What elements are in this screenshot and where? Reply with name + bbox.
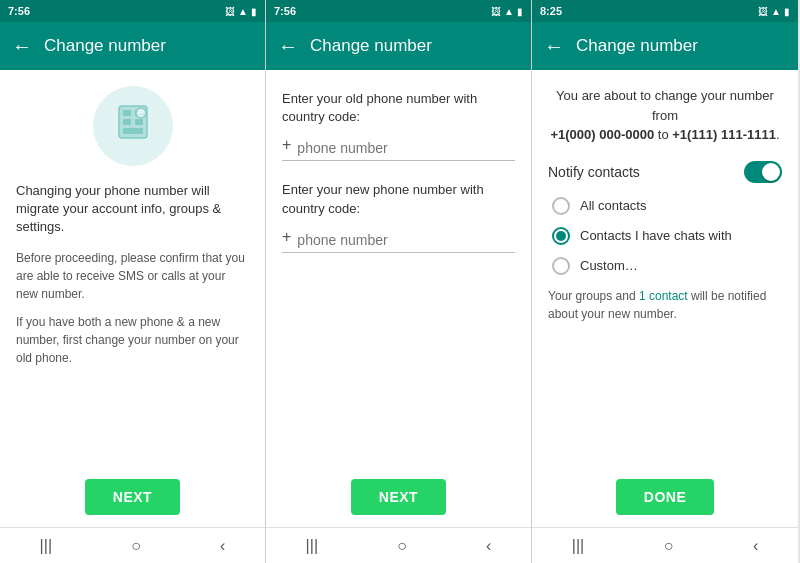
old-number-display: +1(000) 000-0000 — [550, 127, 654, 142]
to-text: to — [658, 127, 669, 142]
app-header-1: ← Change number — [0, 22, 265, 70]
nav-menu-icon-2[interactable]: ||| — [306, 537, 318, 555]
nav-back-icon-3[interactable]: ‹ — [753, 537, 758, 555]
new-phone-input-row: + — [282, 228, 515, 253]
wifi-icon-2: ▲ — [504, 6, 514, 17]
done-button[interactable]: DONE — [616, 479, 714, 515]
nav-bar-2: ||| ○ ‹ — [266, 527, 531, 563]
old-number-label: Enter your old phone number with country… — [282, 90, 515, 126]
wifi-icon-1: ▲ — [238, 6, 248, 17]
plus-sign-old: + — [282, 136, 291, 156]
nav-back-icon-1[interactable]: ‹ — [220, 537, 225, 555]
bottom-area-3: DONE — [532, 467, 798, 527]
radio-chats[interactable]: Contacts I have chats with — [548, 227, 782, 245]
battery-icon-2: ▮ — [517, 6, 523, 17]
status-bar-2: 7:56 🖼 ▲ ▮ — [266, 0, 531, 22]
change-number-info: You are about to change your number from… — [548, 86, 782, 145]
notify-contacts-label: Notify contacts — [548, 164, 640, 180]
wifi-icon-3: ▲ — [771, 6, 781, 17]
panel-2: 7:56 🖼 ▲ ▮ ← Change number Enter your ol… — [266, 0, 532, 563]
header-title-3: Change number — [576, 36, 698, 56]
sub-description-1: Before proceeding, please confirm that y… — [16, 249, 249, 303]
status-time-2: 7:56 — [274, 5, 296, 17]
status-time-1: 7:56 — [8, 5, 30, 17]
phone-keyboard-icon: → — [111, 100, 155, 153]
sub-description-2: If you have both a new phone & a new num… — [16, 313, 249, 367]
content-1: → Changing your phone number will migrat… — [0, 70, 265, 467]
image-icon-3: 🖼 — [758, 6, 768, 17]
next-button-1[interactable]: NEXT — [85, 479, 180, 515]
image-icon-1: 🖼 — [225, 6, 235, 17]
nav-bar-3: ||| ○ ‹ — [532, 527, 798, 563]
header-title-2: Change number — [310, 36, 432, 56]
new-number-label: Enter your new phone number with country… — [282, 181, 515, 217]
nav-home-icon-2[interactable]: ○ — [397, 537, 407, 555]
svg-text:→: → — [138, 110, 145, 117]
new-number-display: +1(111) 111-1111 — [672, 127, 776, 142]
battery-icon-3: ▮ — [784, 6, 790, 17]
bottom-area-2: NEXT — [266, 467, 531, 527]
svg-rect-1 — [123, 110, 131, 116]
radio-label-custom: Custom… — [580, 258, 638, 273]
icon-area: → — [16, 86, 249, 166]
phone-icon-circle: → — [93, 86, 173, 166]
app-header-3: ← Change number — [532, 22, 798, 70]
panel-1: 7:56 🖼 ▲ ▮ ← Change number — [0, 0, 266, 563]
radio-outer-chats — [552, 227, 570, 245]
content-2: Enter your old phone number with country… — [266, 70, 531, 467]
content-3: You are about to change your number from… — [532, 70, 798, 467]
new-phone-input[interactable] — [297, 232, 515, 248]
status-icons-3: 🖼 ▲ ▮ — [758, 6, 790, 17]
svg-rect-5 — [123, 128, 143, 134]
status-time-3: 8:25 — [540, 5, 562, 17]
notify-contacts-row: Notify contacts — [548, 161, 782, 183]
svg-rect-4 — [135, 119, 143, 125]
panel-3: 8:25 🖼 ▲ ▮ ← Change number You are about… — [532, 0, 798, 563]
svg-rect-3 — [123, 119, 131, 125]
battery-icon-1: ▮ — [251, 6, 257, 17]
radio-custom[interactable]: Custom… — [548, 257, 782, 275]
main-description: Changing your phone number will migrate … — [16, 182, 249, 237]
back-button-2[interactable]: ← — [278, 35, 298, 58]
radio-label-all: All contacts — [580, 198, 646, 213]
nav-back-icon-2[interactable]: ‹ — [486, 537, 491, 555]
next-button-2[interactable]: NEXT — [351, 479, 446, 515]
group-notify-text: Your groups and 1 contact will be notifi… — [548, 287, 782, 323]
plus-sign-new: + — [282, 228, 291, 248]
radio-outer-all — [552, 197, 570, 215]
image-icon-2: 🖼 — [491, 6, 501, 17]
radio-outer-custom — [552, 257, 570, 275]
nav-menu-icon-3[interactable]: ||| — [572, 537, 584, 555]
nav-menu-icon-1[interactable]: ||| — [40, 537, 52, 555]
contact-link[interactable]: 1 contact — [639, 289, 688, 303]
header-title-1: Change number — [44, 36, 166, 56]
nav-bar-1: ||| ○ ‹ — [0, 527, 265, 563]
info-text: You are about to change your number from — [556, 88, 774, 123]
status-bar-1: 7:56 🖼 ▲ ▮ — [0, 0, 265, 22]
nav-home-icon-3[interactable]: ○ — [664, 537, 674, 555]
notify-toggle[interactable] — [744, 161, 782, 183]
toggle-knob — [762, 163, 780, 181]
old-phone-input[interactable] — [297, 140, 515, 156]
back-button-1[interactable]: ← — [12, 35, 32, 58]
bottom-area-1: NEXT — [0, 467, 265, 527]
status-icons-1: 🖼 ▲ ▮ — [225, 6, 257, 17]
groups-text-start: Your groups and — [548, 289, 639, 303]
radio-all-contacts[interactable]: All contacts — [548, 197, 782, 215]
nav-home-icon-1[interactable]: ○ — [131, 537, 141, 555]
old-phone-input-row: + — [282, 136, 515, 161]
radio-inner-chats — [556, 231, 566, 241]
app-header-2: ← Change number — [266, 22, 531, 70]
status-bar-3: 8:25 🖼 ▲ ▮ — [532, 0, 798, 22]
back-button-3[interactable]: ← — [544, 35, 564, 58]
radio-label-chats: Contacts I have chats with — [580, 228, 732, 243]
status-icons-2: 🖼 ▲ ▮ — [491, 6, 523, 17]
